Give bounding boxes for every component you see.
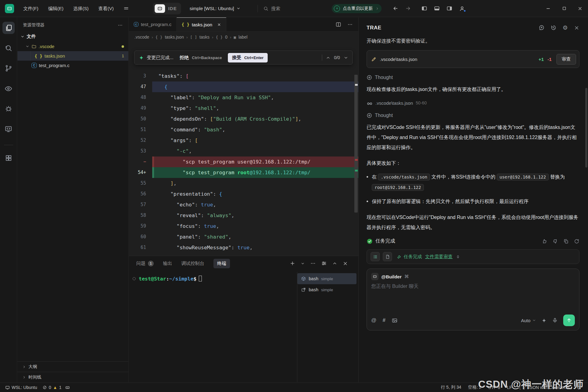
scrollbar-thumb[interactable] <box>354 75 358 213</box>
restart-to-update-button[interactable]: 点击重启以更新 <box>332 4 382 13</box>
changed-file-card[interactable]: .vscode\tasks.json +1 -1 审查 <box>367 50 579 68</box>
tab-test-program-c[interactable]: C test_program.c <box>129 17 177 31</box>
thumbs-down-icon[interactable] <box>552 239 558 244</box>
thumbs-up-icon[interactable] <box>542 239 547 244</box>
task-list-icon[interactable] <box>371 252 380 261</box>
section-timeline[interactable]: 时间线 <box>17 372 128 382</box>
code-line[interactable]: 54+ "scp test_program root@192.168.1.122… <box>129 167 358 178</box>
enhance-prompt-icon[interactable] <box>541 318 547 323</box>
thought-section[interactable]: Thought <box>367 113 579 118</box>
code-line[interactable]: − "scp test_program user@192.168.1.122:/… <box>129 156 358 167</box>
activity-terminal-icon[interactable] <box>2 123 15 135</box>
explorer-section-files[interactable]: 文件 <box>17 32 128 42</box>
activity-source-control-icon[interactable] <box>2 62 15 74</box>
mention-icon[interactable]: @ <box>371 317 376 323</box>
editor-more-actions-icon[interactable] <box>347 22 353 27</box>
encoding[interactable]: UTF-8 <box>485 385 503 390</box>
terminal-profile-dropdown-icon[interactable] <box>301 262 305 266</box>
code-line[interactable]: 56 "presentation": { <box>129 189 358 199</box>
code-editor[interactable]: 变更已完成... 拒绝 Ctrl+Backspace 接受 Ctrl+Enter… <box>129 43 358 256</box>
code-line[interactable]: 51 "command": "bash", <box>129 124 358 135</box>
toggle-sidebar-right-icon[interactable] <box>447 6 452 11</box>
next-change-icon[interactable] <box>344 55 348 60</box>
settings-gear-icon[interactable]: ⚙ <box>563 24 568 31</box>
tab-tasks-json[interactable]: { } tasks.json <box>177 17 226 31</box>
panel-scrollbar-thumb[interactable] <box>585 88 587 168</box>
files-need-review-link[interactable]: 文件需要审查 <box>425 254 453 260</box>
global-search[interactable] <box>263 6 308 11</box>
prev-change-icon[interactable] <box>326 55 330 60</box>
attach-image-icon[interactable] <box>392 318 398 323</box>
menu-selection[interactable]: 选择(S) <box>68 0 93 17</box>
tree-item-vscode-folder[interactable]: .vscode <box>17 42 128 51</box>
terminal-more-actions-icon[interactable] <box>310 261 316 266</box>
remote-indicator[interactable]: WSL: Ubuntu <box>2 383 40 392</box>
split-editor-icon[interactable] <box>336 22 341 27</box>
model-mode-selector[interactable]: Auto <box>521 318 536 323</box>
indentation[interactable]: 空格: 2 <box>465 385 484 390</box>
activity-search-icon[interactable] <box>2 42 15 54</box>
activity-debug-icon[interactable] <box>2 103 15 115</box>
breadcrumb-item[interactable]: label <box>239 35 248 40</box>
code-line[interactable]: 59 "focus": true, <box>129 221 358 232</box>
code-line[interactable]: 48 "label": "Deploy and Run via SSH", <box>129 92 358 103</box>
code-line[interactable]: 60 "panel": "shared", <box>129 232 358 242</box>
editor-scrollbar[interactable] <box>354 58 358 254</box>
code-line[interactable]: 50 "dependsOn": ["Build (ARM Cross-Compi… <box>129 114 358 124</box>
notifications-bell-icon[interactable] <box>574 385 584 390</box>
file-reference[interactable]: .vscode\tasks.json 50-60 <box>367 100 579 106</box>
search-input[interactable] <box>271 6 308 11</box>
file-summary-icon[interactable] <box>383 252 392 261</box>
window-maximize-button[interactable] <box>556 0 572 17</box>
tab-close-icon[interactable] <box>217 23 221 27</box>
hash-context-icon[interactable]: # <box>383 317 385 323</box>
toggle-panel-bottom-icon[interactable] <box>434 6 440 11</box>
nav-forward-icon[interactable] <box>405 6 411 11</box>
breadcrumb-item[interactable]: .vscode <box>134 35 149 40</box>
cursor-position[interactable]: 行 5, 列 34 <box>438 385 464 390</box>
account-icon[interactable] <box>459 6 465 12</box>
terminal-content[interactable]: test@Star:~/simple$ <box>129 272 297 382</box>
code-line[interactable]: 61 "showReuseMessage": true, <box>129 242 358 253</box>
more-menus-icon[interactable] <box>119 6 134 11</box>
breadcrumb-item[interactable]: tasks.json <box>165 35 184 40</box>
workspace-selector[interactable]: simple [WSL: Ubuntu] <box>190 6 240 11</box>
activity-preview-icon[interactable] <box>2 82 15 95</box>
code-line[interactable]: 49 "type": "shell", <box>129 103 358 114</box>
regenerate-icon[interactable] <box>574 239 579 244</box>
activity-extensions-icon[interactable] <box>2 152 15 164</box>
panel-tab-output[interactable]: 输出 <box>163 261 172 266</box>
chat-message-input[interactable] <box>371 283 575 315</box>
activity-explorer-icon[interactable] <box>2 22 15 34</box>
chat-input-box[interactable]: @Builder ⌘ @ # Auto <box>367 269 579 330</box>
nav-back-icon[interactable] <box>393 6 398 11</box>
panel-tab-terminal[interactable]: 终端 <box>213 259 230 268</box>
code-line[interactable]: 52 "args": [ <box>129 135 358 146</box>
history-icon[interactable] <box>551 25 556 31</box>
breadcrumb-item[interactable]: 0 <box>225 35 228 40</box>
expand-updown-icon[interactable] <box>456 254 460 259</box>
code-line[interactable]: 55 ], <box>129 178 358 189</box>
copy-icon[interactable] <box>563 239 569 244</box>
code-line[interactable]: 3 "tasks": [ <box>129 71 358 81</box>
terminal-settings-icon[interactable] <box>321 261 327 266</box>
reject-button[interactable]: 拒绝 Ctrl+Backspace <box>180 55 222 61</box>
code-line[interactable]: 57 "echo": true, <box>129 199 358 210</box>
panel-tab-problems[interactable]: 问题 1 <box>136 261 154 266</box>
code-line[interactable]: 47 { <box>129 81 358 92</box>
window-minimize-button[interactable] <box>540 0 556 17</box>
terminal-list-item[interactable]: bash simple <box>297 284 356 295</box>
eol-sequence[interactable]: LF <box>504 385 514 390</box>
section-outline[interactable]: 大纲 <box>17 361 128 372</box>
new-terminal-icon[interactable] <box>290 261 295 266</box>
send-message-button[interactable] <box>563 315 575 326</box>
tree-item-test-program-c[interactable]: C test_program.c <box>17 61 128 70</box>
menu-file[interactable]: 文件(F) <box>18 0 43 17</box>
review-button[interactable]: 审查 <box>556 54 576 65</box>
breadcrumb-item[interactable]: tasks <box>199 35 209 40</box>
toggle-sidebar-left-icon[interactable] <box>421 6 427 11</box>
tree-item-tasks-json[interactable]: { } tasks.json 1 <box>17 51 128 61</box>
explorer-more-icon[interactable] <box>118 23 123 28</box>
thought-section[interactable]: Thought <box>367 75 579 80</box>
window-close-button[interactable] <box>572 0 588 17</box>
